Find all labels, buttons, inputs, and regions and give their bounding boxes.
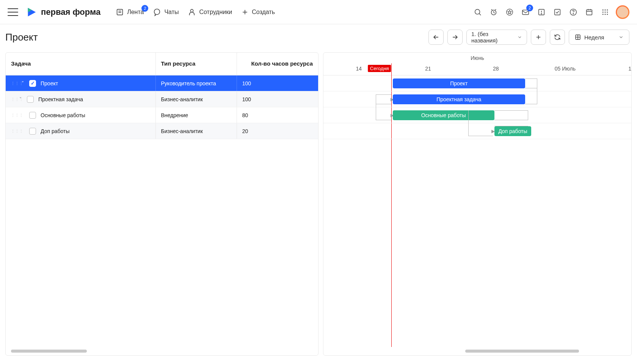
view-selector-label: 1. (без названия) xyxy=(471,31,514,44)
col-header-hours: Кол-во часов ресурса xyxy=(237,53,318,75)
svg-point-33 xyxy=(607,11,608,13)
nav-feed[interactable]: Лента 2 xyxy=(116,8,144,16)
gantt-chart: Июнь 14 Сегодня 21 28 05 Июль 12 Проект … xyxy=(323,52,632,356)
svg-rect-24 xyxy=(587,9,592,15)
checkbox[interactable] xyxy=(29,128,36,135)
svg-point-9 xyxy=(475,9,480,14)
nav-next-button[interactable] xyxy=(447,30,463,45)
svg-point-20 xyxy=(541,13,541,14)
day-label: 21 xyxy=(425,66,431,72)
table-row[interactable]: ⋮⋮⋮ Доп работы Бизнес-аналитик 20 xyxy=(6,123,318,139)
left-scrollbar[interactable] xyxy=(6,347,318,355)
checkbox[interactable] xyxy=(27,96,34,103)
chat-icon xyxy=(153,8,161,16)
nav-chats[interactable]: Чаты xyxy=(153,8,179,16)
svg-line-14 xyxy=(491,9,493,10)
apps-grid-icon[interactable] xyxy=(600,7,610,17)
gantt-row: ▶ Проектная задача xyxy=(323,91,631,107)
svg-point-34 xyxy=(602,14,604,15)
day-label: 05 Июль xyxy=(555,66,576,72)
scale-selector[interactable]: Неделя xyxy=(569,30,629,45)
plus-icon xyxy=(241,8,249,16)
nav-prev-button[interactable] xyxy=(428,30,444,45)
hamburger-menu-icon[interactable] xyxy=(8,8,18,16)
drag-handle-icon[interactable]: ⋮⋮⋮ xyxy=(11,129,16,133)
task-name: Проект xyxy=(41,80,58,86)
refresh-button[interactable] xyxy=(550,30,565,45)
chevron-down-icon[interactable]: ˅ xyxy=(20,81,25,86)
day-label: 14 xyxy=(356,66,362,72)
drag-handle-icon[interactable]: ⋮⋮⋮ xyxy=(11,113,16,117)
nav-create[interactable]: Создать xyxy=(241,8,275,16)
svg-point-32 xyxy=(605,11,606,13)
table-row[interactable]: ⋮⋮⋮ Основные работы Внедрение 80 xyxy=(6,107,318,123)
day-label: 28 xyxy=(493,66,499,72)
svg-point-31 xyxy=(602,11,604,13)
svg-point-5 xyxy=(154,9,160,14)
dependency-link xyxy=(494,110,528,126)
logo-play-icon xyxy=(26,6,37,18)
dependency-link xyxy=(376,94,391,120)
svg-point-28 xyxy=(602,9,604,10)
page-toolbar: Проект 1. (без названия) Неделя xyxy=(0,24,637,52)
drag-handle-icon[interactable]: ⋮⋮⋮ xyxy=(11,81,16,85)
help-icon[interactable] xyxy=(568,7,579,17)
checkbox[interactable] xyxy=(29,112,36,119)
resource-hours: 80 xyxy=(237,107,318,123)
day-label: 12 xyxy=(628,66,632,72)
dependency-link xyxy=(525,78,537,104)
resource-hours: 20 xyxy=(237,123,318,139)
alarm-icon[interactable] xyxy=(488,7,499,17)
employees-icon xyxy=(188,8,196,16)
alert-box-icon[interactable] xyxy=(536,7,547,17)
scale-selector-label: Неделя xyxy=(584,34,604,41)
resource-type: Бизнес-аналитик xyxy=(156,91,237,107)
gantt-row: ▶ Доп работы xyxy=(323,123,631,139)
dependency-link xyxy=(468,110,493,136)
table-header: Задача Тип ресурса Кол-во часов ресурса xyxy=(6,53,318,75)
add-button[interactable] xyxy=(531,30,546,45)
calendar-icon[interactable] xyxy=(584,7,595,17)
star-icon[interactable] xyxy=(504,7,515,17)
mail-badge: 2 xyxy=(526,5,533,11)
task-name: Проектная задача xyxy=(38,96,83,102)
gantt-bar[interactable]: Проект xyxy=(393,78,525,88)
checkbox[interactable] xyxy=(29,80,36,87)
timeline-body: Проект ▶ Проектная задача ▶ Основные раб… xyxy=(323,75,631,347)
svg-rect-2 xyxy=(117,9,123,15)
mail-icon[interactable]: 2 xyxy=(520,7,531,17)
nav-create-label: Создать xyxy=(252,9,275,16)
content-area: Задача Тип ресурса Кол-во часов ресурса … xyxy=(0,52,637,356)
view-selector[interactable]: 1. (без названия) xyxy=(466,30,527,45)
resource-hours: 100 xyxy=(237,75,318,91)
table-row[interactable]: ⋮⋮⋮ ˅ Проектная задача Бизнес-аналитик 1… xyxy=(6,91,318,107)
svg-point-30 xyxy=(607,9,608,10)
gantt-bar[interactable]: Проектная задача xyxy=(393,94,525,104)
search-icon[interactable] xyxy=(472,7,483,17)
timeline-header: Июнь 14 Сегодня 21 28 05 Июль 12 xyxy=(323,53,631,75)
table-row[interactable]: ⋮⋮⋮ ˅ Проект Руководитель проекта 100 xyxy=(6,75,318,91)
chevron-down-icon xyxy=(517,35,522,40)
svg-line-15 xyxy=(495,9,496,10)
resource-type: Бизнес-аналитик xyxy=(156,123,237,139)
task-name: Основные работы xyxy=(41,112,85,118)
header-right: 2 xyxy=(472,5,629,19)
approve-icon[interactable] xyxy=(552,7,563,17)
nav-employees[interactable]: Сотрудники xyxy=(188,8,232,16)
chevron-down-icon xyxy=(618,35,624,40)
right-scrollbar[interactable] xyxy=(323,347,631,355)
svg-line-10 xyxy=(479,13,481,15)
logo-text: первая форма xyxy=(41,7,100,17)
nav-chats-label: Чаты xyxy=(164,9,179,16)
svg-point-36 xyxy=(607,14,608,15)
feed-icon xyxy=(116,8,124,16)
app-logo[interactable]: первая форма xyxy=(26,6,100,18)
gantt-row: Проект xyxy=(323,75,631,91)
col-header-type: Тип ресурса xyxy=(156,53,237,75)
drag-handle-icon[interactable]: ⋮⋮⋮ xyxy=(11,97,16,101)
resource-type: Руководитель проекта xyxy=(156,75,237,91)
user-avatar[interactable] xyxy=(616,5,629,19)
svg-rect-21 xyxy=(555,9,560,15)
gantt-bar[interactable]: Доп работы xyxy=(494,126,531,136)
page-title: Проект xyxy=(5,31,38,43)
